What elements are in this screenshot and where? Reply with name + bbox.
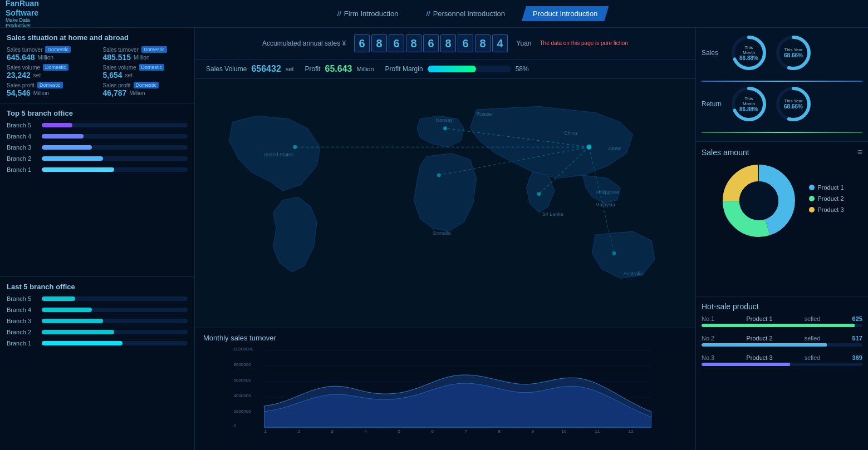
svg-text:Norway: Norway <box>436 117 453 123</box>
world-map-svg: United States Norway Russia China Japan … <box>195 79 695 328</box>
stat-sales-volume-2: Sales volume Domestic 5,654 set <box>103 64 188 80</box>
menu-icon[interactable]: ≡ <box>857 147 862 157</box>
gauge-sales-label: Sales <box>702 49 729 57</box>
hot-bar-track-3 <box>702 363 862 366</box>
nav-tab-product[interactable]: Product Introduction <box>522 6 609 21</box>
last5-title: Last 5 branch office <box>7 283 188 291</box>
svg-text:9: 9 <box>532 429 534 434</box>
svg-text:Russia: Russia <box>477 111 492 117</box>
stat-unit-3: set <box>33 72 41 78</box>
right-panel: Sales This Month 86.88% <box>695 28 868 450</box>
metric-sv-value: 656432 <box>251 64 281 74</box>
top5-section: Top 5 branch office Branch 5 Branch 4 Br… <box>0 103 194 276</box>
branch-bar-last5-1: Branch 5 <box>7 295 188 302</box>
svg-text:0: 0 <box>234 423 237 428</box>
nav-tab-personnel[interactable]: Personnel introduction <box>415 6 516 21</box>
legend-product2: Product 2 <box>809 195 844 202</box>
gauge-text-year-sales: This Year 68.66% <box>784 47 803 58</box>
bar-fill <box>42 319 103 323</box>
gauge-this-year-return: This Year 68.66% <box>774 85 813 123</box>
hot-selled-3: selled <box>805 354 821 361</box>
progress-track <box>428 66 511 72</box>
digit-4: 6 <box>423 34 439 52</box>
sales-situation-title: Sales situation at home and abroad <box>7 33 188 42</box>
bar-track <box>42 156 188 161</box>
hot-bar-fill-3 <box>702 363 790 366</box>
svg-point-8 <box>443 126 447 130</box>
hot-item-header-1: No.1 Product 1 selled 625 <box>702 315 862 322</box>
svg-point-11 <box>437 174 441 177</box>
gauge-month2-label: This Month <box>739 96 759 106</box>
hot-count-1: 625 <box>852 315 862 322</box>
stat-label-2: Sales turnover <box>103 47 139 53</box>
svg-text:8: 8 <box>498 429 501 434</box>
svg-text:2000000: 2000000 <box>234 409 252 414</box>
branch-label: Branch 5 <box>7 295 37 302</box>
hot-item-2: No.2 Product 2 selled 517 <box>702 335 862 347</box>
yuan-label: Yuan <box>516 39 531 47</box>
svg-text:1: 1 <box>264 429 267 434</box>
svg-text:United States: United States <box>264 152 294 157</box>
metric-profit: Profit 65.643 Million <box>305 64 374 74</box>
donut-area: Product 1 Product 2 Product 3 <box>702 162 862 240</box>
metric-p-value: 65.643 <box>325 64 352 74</box>
svg-text:10: 10 <box>562 429 567 434</box>
svg-text:Sri Lanka: Sri Lanka <box>542 211 563 217</box>
gauge-this-month-return: This Month 86.88% <box>729 85 768 123</box>
gauge-text-month-return: This Month 86.88% <box>739 96 759 112</box>
branch-bar-last5-2: Branch 4 <box>7 306 188 313</box>
svg-text:6000000: 6000000 <box>234 378 252 383</box>
svg-text:6: 6 <box>431 429 434 434</box>
nav-tab-firm[interactable]: Firm Introduction <box>326 6 410 21</box>
bar-fill <box>42 134 84 139</box>
svg-point-57 <box>739 181 778 220</box>
return-divider <box>702 132 862 133</box>
stat-label-5: Sales profit <box>7 82 35 88</box>
legend-label-p3: Product 3 <box>817 206 844 213</box>
metric-sv-unit: set <box>286 66 294 72</box>
hot-product-3: Product 3 <box>746 354 772 361</box>
sales-amount-header: Sales amount ≡ <box>702 147 862 157</box>
svg-text:4000000: 4000000 <box>234 393 252 398</box>
monthly-chart-area: Monthly sales turnover 10000000 8000000 … <box>195 328 695 450</box>
hot-item-header-2: No.2 Product 2 selled 517 <box>702 335 862 342</box>
gauge-year-label: This Year <box>784 47 803 52</box>
progress-pct: 58% <box>516 65 529 73</box>
bar-track <box>42 319 188 323</box>
bar-track <box>42 308 188 312</box>
branch-label: Branch 2 <box>7 329 37 335</box>
gauge-row-sales: Sales This Month 86.88% <box>702 33 862 72</box>
svg-text:11: 11 <box>595 429 600 434</box>
bar-fill <box>42 330 114 334</box>
branch-label: Branch 3 <box>7 144 37 151</box>
hot-selled-1: selled <box>805 315 821 322</box>
stat-sales-turnover-2: Sales turnover Domestic 485.515 Million <box>103 46 188 62</box>
stat-label-1: Sales turnover <box>7 47 42 53</box>
hot-bar-dot-1 <box>850 324 855 327</box>
stat-value-3: 23,242 <box>7 71 31 80</box>
svg-point-10 <box>612 251 616 255</box>
monthly-chart-svg: 10000000 8000000 6000000 4000000 2000000… <box>203 345 687 434</box>
legend-label-p2: Product 2 <box>817 195 844 202</box>
digit-5: 8 <box>440 34 456 52</box>
stat-unit-5: Million <box>33 90 49 96</box>
stat-value-2: 485.515 <box>103 53 131 62</box>
svg-text:5: 5 <box>398 429 401 434</box>
branch-bar-last5-3: Branch 3 <box>7 318 188 324</box>
stat-sales-profit-2: Sales profit Domestic 46,787 Million <box>103 82 188 97</box>
sales-amount-section: Sales amount ≡ Product 1 <box>696 142 868 296</box>
svg-text:Japan: Japan <box>608 146 621 151</box>
svg-text:Philippines: Philippines <box>595 190 620 195</box>
world-map-area: United States Norway Russia China Japan … <box>195 79 695 328</box>
branch-bar-top5-1: Branch 5 <box>7 122 188 128</box>
stat-label-6: Sales profit <box>103 82 131 88</box>
hot-no-3: No.3 <box>702 354 714 361</box>
bar-fill <box>42 156 103 161</box>
branch-label: Branch 1 <box>7 166 37 173</box>
digit-1: 8 <box>371 34 387 52</box>
bar-fill <box>42 296 75 301</box>
bar-fill <box>42 145 92 150</box>
gauge-year2-label: This Year <box>784 98 803 103</box>
metric-margin: Profit Margin 58% <box>385 65 529 73</box>
digit-2: 6 <box>389 34 404 52</box>
